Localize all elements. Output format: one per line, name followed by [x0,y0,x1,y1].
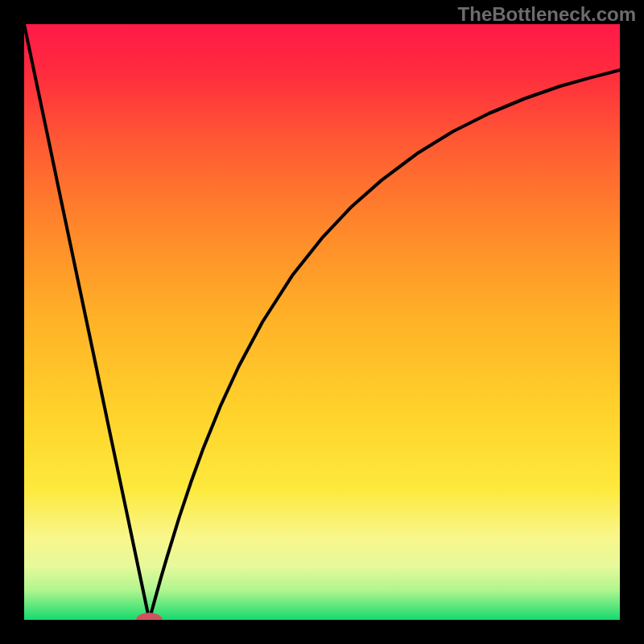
chart-frame: TheBottleneck.com [0,0,644,644]
chart-background [24,24,620,620]
bottleneck-chart [24,24,620,620]
watermark-text: TheBottleneck.com [458,3,636,26]
